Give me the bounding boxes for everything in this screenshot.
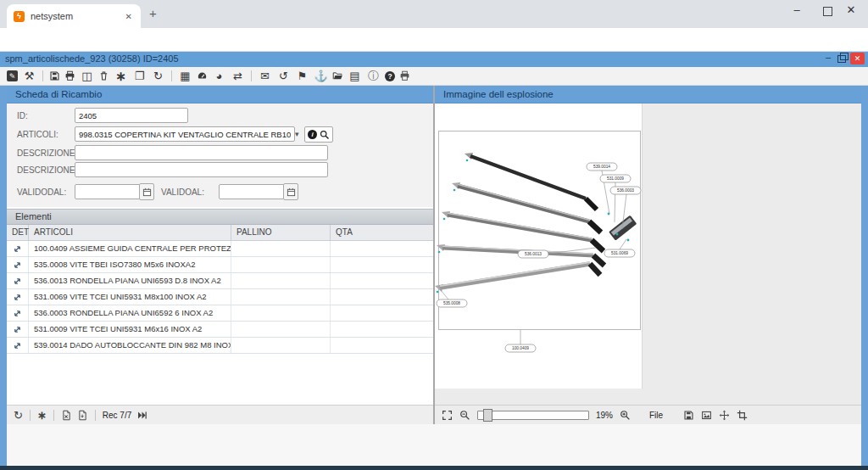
new-tab-button[interactable]: + <box>149 6 157 20</box>
id-field[interactable] <box>75 108 188 123</box>
col-pallino[interactable]: PALLINO <box>231 225 331 240</box>
row-pallino <box>231 305 331 321</box>
refresh-icon[interactable]: ↻ <box>151 70 165 81</box>
wrench-icon[interactable]: ⚒ <box>22 70 36 81</box>
detail-expand-icon[interactable] <box>7 289 29 305</box>
detail-expand-icon[interactable] <box>7 241 29 256</box>
descrizione-field[interactable] <box>75 145 328 160</box>
browser-tab[interactable]: ϟ netsystem ✕ <box>7 4 141 28</box>
zoom-out-icon[interactable] <box>459 410 470 421</box>
table-row[interactable]: 531.0069 VITE TCEI UNI5931 M8x100 INOX A… <box>7 289 433 305</box>
last-record-icon[interactable] <box>136 410 147 421</box>
validoal-calendar-icon[interactable] <box>283 183 298 200</box>
history-icon[interactable]: ↺ <box>276 70 291 81</box>
row-pallino <box>231 241 331 256</box>
row-articoli: 535.0008 VITE TBEI ISO7380 M5x6 INOXA2 <box>29 257 231 272</box>
chevron-down-icon[interactable]: ▾ <box>295 130 299 138</box>
trash-icon[interactable] <box>98 70 109 81</box>
articoli-field[interactable] <box>75 126 295 142</box>
detail-expand-icon[interactable] <box>7 273 29 288</box>
table-row[interactable]: 100.0409 ASSIEME GUIDA CENTRALE PER PROT… <box>7 241 433 257</box>
image-save-icon[interactable] <box>683 410 694 421</box>
exploded-drawing: 539.0014 531.0009 536.0003 536.0013 531.… <box>435 104 642 389</box>
anchor-icon[interactable]: ⚓ <box>314 70 328 81</box>
print-icon[interactable] <box>64 70 75 81</box>
zoom-slider[interactable] <box>477 411 589 420</box>
app-title: spm_articolischede_923 (30258) ID=2405 <box>5 53 179 64</box>
table-icon[interactable]: ▦ <box>178 70 192 81</box>
footer-new-record-icon[interactable]: ∗ <box>37 410 47 421</box>
file-button[interactable]: File <box>649 411 663 420</box>
app-minimize-icon[interactable]: – <box>826 52 831 62</box>
row-articoli: 531.0009 VITE TCEI UNI5931 M6x16 INOX A2 <box>29 322 231 337</box>
zoom-slider-thumb[interactable] <box>483 409 492 422</box>
table-row[interactable]: 536.0013 RONDELLA PIANA UNI6593 D.8 INOX… <box>7 273 433 289</box>
move-icon[interactable] <box>719 410 730 421</box>
detail-expand-icon[interactable] <box>7 322 29 337</box>
mail-icon[interactable]: ✉ <box>258 70 272 81</box>
articoli-lookup-buttons[interactable]: i <box>304 126 333 143</box>
info-icon[interactable]: ⓘ <box>366 70 381 81</box>
col-articoli[interactable]: ARTICOLI <box>29 225 231 240</box>
zoom-in-icon[interactable] <box>620 410 631 421</box>
note-icon[interactable]: ▤ <box>348 70 362 81</box>
row-qta <box>331 305 433 321</box>
articoli-search-icon[interactable] <box>320 130 330 140</box>
gauge-icon[interactable] <box>197 70 208 81</box>
swap-icon[interactable]: ⇄ <box>231 70 245 81</box>
export-pdf-icon[interactable] <box>77 410 88 421</box>
footer-refresh-icon[interactable]: ↻ <box>14 410 23 421</box>
fit-expand-icon[interactable] <box>442 410 453 421</box>
help-icon[interactable]: ? <box>385 71 395 81</box>
callout-label: 100.0409 <box>505 344 536 352</box>
detail-expand-icon[interactable] <box>7 257 29 272</box>
screen: ϟ netsystem ✕ + – ✕ ← → ↻ netsystem.geqo… <box>0 0 868 470</box>
col-det[interactable]: DET <box>7 225 29 240</box>
crop-icon[interactable] <box>737 410 748 421</box>
detail-expand-icon[interactable] <box>7 305 29 321</box>
export-xls-icon[interactable] <box>61 410 72 421</box>
row-pallino <box>231 273 331 288</box>
browser-tab-strip: ϟ netsystem ✕ + – ✕ <box>0 0 868 28</box>
row-qta <box>331 273 433 288</box>
validodal-field[interactable] <box>75 184 141 199</box>
detail-expand-icon[interactable] <box>7 338 29 353</box>
elementi-header: Elementi <box>7 209 433 225</box>
exploded-view-page[interactable]: 539.0014 531.0009 536.0003 536.0013 531.… <box>435 104 643 389</box>
svg-text:531.0069: 531.0069 <box>611 251 628 255</box>
col-qta[interactable]: QTA <box>331 225 433 240</box>
callout-label: 531.0069 <box>604 249 635 257</box>
site-favicon: ϟ <box>14 11 25 22</box>
table-row[interactable]: 535.0008 VITE TBEI ISO7380 M5x6 INOXA2 <box>7 257 433 273</box>
columns-icon[interactable]: ◫ <box>80 70 94 81</box>
validoal-field[interactable] <box>219 184 285 199</box>
descrizioneen-field[interactable] <box>75 162 328 177</box>
folder-open-icon[interactable] <box>332 70 343 81</box>
callout-label: 531.0009 <box>600 175 631 182</box>
print-preview-icon[interactable] <box>399 70 410 81</box>
validodal-calendar-icon[interactable] <box>139 183 154 200</box>
articoli-info-icon[interactable]: i <box>308 130 317 139</box>
pie-chart-icon[interactable]: ◕ <box>212 70 226 81</box>
edit-icon[interactable]: ✎ <box>7 70 18 81</box>
new-record-asterisk-icon[interactable]: ∗ <box>114 70 128 82</box>
svg-text:531.0009: 531.0009 <box>607 176 624 181</box>
window-minimize-button[interactable]: – <box>785 3 809 16</box>
tab-close-icon[interactable]: ✕ <box>124 10 134 23</box>
table-row[interactable]: 531.0009 VITE TCEI UNI5931 M6x16 INOX A2 <box>7 322 433 338</box>
app-restore-icon[interactable] <box>837 55 846 63</box>
window-close-button[interactable]: ✕ <box>839 3 863 16</box>
save-icon[interactable] <box>49 70 60 81</box>
image-file-icon[interactable] <box>701 410 712 421</box>
table-row[interactable]: 539.0014 DADO AUTOBLOCCANTE DIN 982 M8 I… <box>7 338 433 354</box>
copy-icon[interactable]: ❐ <box>132 70 147 81</box>
callout-label: 535.0008 <box>437 299 467 307</box>
app-close-button[interactable]: ✕ <box>850 53 865 64</box>
row-articoli: 531.0069 VITE TCEI UNI5931 M8x100 INOX A… <box>29 289 231 305</box>
app-bottom-border <box>0 466 868 470</box>
window-maximize-button[interactable] <box>823 7 832 16</box>
descrizione-label: DESCRIZIONE: <box>17 148 77 158</box>
table-row[interactable]: 536.0003 RONDELLA PIANA UNI6592 6 INOX A… <box>7 305 433 322</box>
flag-icon[interactable]: ⚑ <box>295 70 309 81</box>
browser-navbar: ← → ↻ netsystem.geqo.it ☆ ⌂11 ⋮ <box>0 28 868 52</box>
